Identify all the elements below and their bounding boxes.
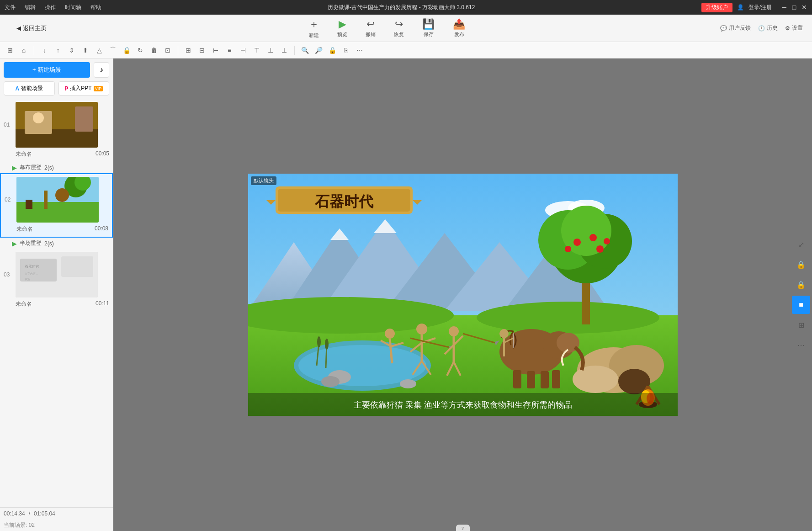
music-button[interactable]: ♪ xyxy=(94,62,109,78)
svg-point-10 xyxy=(55,188,69,202)
header-right-tools: 💬 用户反馈 🕐 历史 ⚙ 设置 xyxy=(720,24,803,32)
scene-item-01[interactable]: 01 未命名 xyxy=(0,99,113,162)
login-button[interactable]: 登录/注册 xyxy=(748,4,772,11)
menu-timeline[interactable]: 时间轴 xyxy=(65,4,81,11)
insert-ppt-button[interactable]: P 插入PPT VIP xyxy=(58,81,110,96)
settings-icon: ⚙ xyxy=(785,25,790,32)
rotate-tool[interactable]: ↻ xyxy=(135,45,146,56)
menu-file[interactable]: 文件 xyxy=(5,4,16,11)
menu-edit[interactable]: 编辑 xyxy=(25,4,36,11)
lock-tool[interactable]: 🔒 xyxy=(121,45,132,56)
blue-button[interactable]: ■ xyxy=(792,296,810,314)
more-button[interactable]: ⋯ xyxy=(792,336,810,354)
new-scene-button[interactable]: + 新建场景 xyxy=(4,62,90,78)
minimize-button[interactable]: ─ xyxy=(781,4,787,11)
left-panel-header: + 新建场景 ♪ xyxy=(0,58,113,81)
h-distribute[interactable]: ⊞ xyxy=(183,45,194,56)
new-button[interactable]: ＋ 新建 xyxy=(309,17,319,39)
back-arrow-icon: ◀ xyxy=(16,25,21,32)
svg-rect-9 xyxy=(44,191,48,209)
left-panel: + 新建场景 ♪ A 智能场景 P 插入PPT VIP 01 xyxy=(0,58,113,531)
preview-button[interactable]: ▶ 预览 xyxy=(337,18,347,38)
upgrade-button[interactable]: 升级账户 xyxy=(701,3,732,12)
grid-button[interactable]: ⊞ xyxy=(792,316,810,334)
svg-rect-17 xyxy=(61,256,93,277)
ai-scene-button[interactable]: A 智能场景 xyxy=(4,81,55,96)
zoom-in[interactable]: 🔍 xyxy=(299,45,310,56)
main-layout: + 新建场景 ♪ A 智能场景 P 插入PPT VIP 01 xyxy=(0,58,812,531)
expand-arrow[interactable]: ∨ xyxy=(456,525,470,531)
svg-rect-4 xyxy=(75,106,93,132)
svg-point-98 xyxy=(499,329,509,338)
scene-transition-2[interactable]: ▶ 半场重登 2(s) xyxy=(0,238,113,249)
canvas-area: 石器时代 主要依靠狩猎 采集 渔业等方式来获取食物和生存所需的物品 默认镜头 ⤢… xyxy=(113,58,812,531)
zoom-out[interactable]: 🔎 xyxy=(313,45,324,56)
crop-tool[interactable]: ⊡ xyxy=(162,45,173,56)
svg-point-65 xyxy=(449,326,459,336)
delete-tool[interactable]: 🗑 xyxy=(149,45,159,56)
more-tool[interactable]: ⋯ xyxy=(354,45,365,56)
scene-thumb-content-01 xyxy=(16,102,98,148)
canvas-label: 默认镜头 xyxy=(251,176,276,185)
svg-text:农业: 农业 xyxy=(25,278,30,281)
redo-button[interactable]: ↪ 恢复 xyxy=(394,18,404,38)
up-align[interactable]: ↑ xyxy=(53,45,64,56)
fullscreen-button[interactable]: ⤢ xyxy=(792,235,810,254)
svg-text:主要依靠狩猎 采集 渔业等方式来获取食物和生存所需的物品: 主要依靠狩猎 采集 渔业等方式来获取食物和生存所需的物品 xyxy=(353,400,572,409)
lock2-button[interactable]: 🔒 xyxy=(792,276,810,294)
select-tool[interactable]: ⊞ xyxy=(5,45,16,56)
scene-num-03: 03 xyxy=(4,271,13,278)
save-button[interactable]: 💾 保存 xyxy=(422,18,435,38)
menu-help[interactable]: 帮助 xyxy=(90,4,101,11)
top-align-2[interactable]: ⊤ xyxy=(251,45,262,56)
transition-icon-1: ▶ xyxy=(12,164,17,171)
mid-align[interactable]: ⊥ xyxy=(265,45,276,56)
undo-button[interactable]: ↩ 撤销 xyxy=(366,18,376,38)
svg-point-57 xyxy=(416,324,427,335)
close-button[interactable]: ✕ xyxy=(801,4,807,11)
publish-button[interactable]: 📤 发布 xyxy=(453,18,465,38)
svg-rect-54 xyxy=(527,371,535,388)
scene-item-02[interactable]: 02 未命名 00 xyxy=(0,173,113,238)
triangle-tool[interactable]: △ xyxy=(94,45,105,56)
svg-point-3 xyxy=(33,112,44,123)
svg-rect-55 xyxy=(541,371,549,388)
scene-info-02: 未命名 00:08 xyxy=(16,224,108,234)
copy-tool[interactable]: ⎘ xyxy=(340,45,351,56)
maximize-button[interactable]: □ xyxy=(791,4,797,11)
secondary-toolbar: ⊞ ⌂ ↓ ↑ ⇕ ⬆ △ ⌒ 🔒 ↻ 🗑 ⊡ ⊞ ⊟ ⊢ ≡ ⊣ ⊤ ⊥ ⊥ … xyxy=(0,42,812,58)
scene-transition-1[interactable]: ▶ 幕布层登 2(s) xyxy=(0,162,113,173)
scene-list: 01 未命名 xyxy=(0,99,113,507)
current-scene-label: 当前场景: 02 xyxy=(0,520,113,531)
canvas-right-tools: ⤢ 🔒 🔒 ■ ⊞ ⋯ xyxy=(790,234,812,356)
settings-button[interactable]: ⚙ 设置 xyxy=(785,24,803,32)
home-tool[interactable]: ⌂ xyxy=(18,45,29,56)
lock-button[interactable]: 🔒 xyxy=(792,255,810,274)
scene-thumb-01 xyxy=(16,102,98,148)
feedback-button[interactable]: 💬 用户反馈 xyxy=(720,24,751,32)
main-toolbar: ◀ 返回主页 ＋ 新建 ▶ 预览 ↩ 撤销 ↪ 恢复 💾 保存 📤 发布 xyxy=(0,15,812,42)
history-button[interactable]: 🕐 历史 xyxy=(758,24,778,32)
canvas-frame[interactable]: 石器时代 主要依靠狩猎 采集 渔业等方式来获取食物和生存所需的物品 默认镜头 xyxy=(248,174,678,416)
right-align[interactable]: ⊣ xyxy=(238,45,249,56)
left-align-2[interactable]: ⊢ xyxy=(210,45,221,56)
undo-icon: ↩ xyxy=(366,18,375,30)
down-align[interactable]: ↓ xyxy=(39,45,50,56)
scene-item-03[interactable]: 03 石器时代 文字内容... 农业 未命名 00:1 xyxy=(0,249,113,312)
bottom-align[interactable]: ⊥ xyxy=(279,45,290,56)
menu-operate[interactable]: 操作 xyxy=(45,4,56,11)
h-align[interactable]: ⇕ xyxy=(66,45,77,56)
back-home-button[interactable]: ◀ 返回主页 xyxy=(9,24,54,32)
svg-point-94 xyxy=(325,339,329,350)
feedback-icon: 💬 xyxy=(720,25,727,32)
scene-info-01: 未命名 00:05 xyxy=(16,149,109,159)
center-align[interactable]: ≡ xyxy=(224,45,235,56)
arc-tool[interactable]: ⌒ xyxy=(107,45,118,56)
top-align[interactable]: ⬆ xyxy=(80,45,91,56)
scene-num-02: 02 xyxy=(5,196,14,203)
ai-icon: A xyxy=(15,85,19,92)
v-distribute[interactable]: ⊟ xyxy=(196,45,207,56)
svg-point-92 xyxy=(317,336,321,347)
lock-2[interactable]: 🔒 xyxy=(327,45,338,56)
svg-point-46 xyxy=(589,234,597,241)
